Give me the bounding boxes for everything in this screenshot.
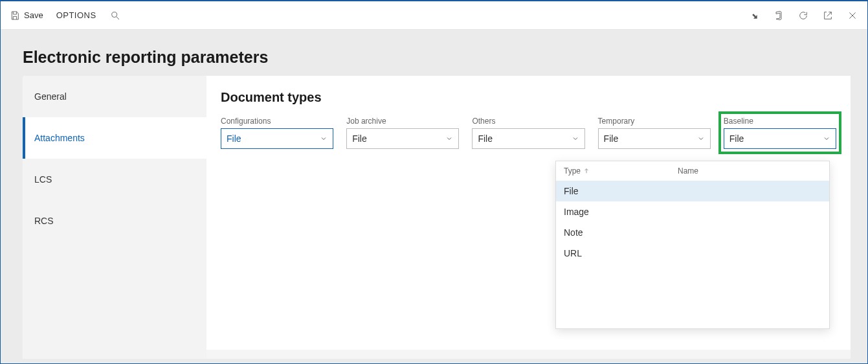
- label-baseline: Baseline: [724, 117, 836, 126]
- save-button[interactable]: Save: [10, 10, 43, 21]
- combo-others-value: File: [478, 133, 493, 144]
- dropdown-col-type[interactable]: Type: [564, 166, 678, 176]
- combo-temporary-value: File: [604, 133, 619, 144]
- refresh-icon: [798, 10, 808, 21]
- combo-baseline-value: File: [729, 133, 744, 144]
- field-baseline: Baseline File: [724, 117, 836, 149]
- dropdown-col-type-label: Type: [564, 166, 581, 176]
- svg-point-0: [111, 12, 117, 17]
- close-button[interactable]: [847, 10, 858, 21]
- options-button[interactable]: OPTIONS: [56, 10, 96, 20]
- dropdown-row-image-type: Image: [564, 207, 678, 217]
- tabs: General Attachments LCS RCS: [23, 76, 206, 359]
- combo-configurations-value: File: [227, 133, 241, 144]
- label-job-archive: Job archive: [346, 117, 459, 126]
- toolbar-left: Save OPTIONS: [10, 10, 121, 21]
- popout-icon: [823, 10, 833, 21]
- combo-job-archive[interactable]: File: [346, 128, 459, 149]
- combo-baseline[interactable]: File: [724, 128, 836, 149]
- chevron-down-icon: [572, 135, 579, 142]
- chevron-down-icon: [697, 135, 705, 142]
- combo-job-archive-value: File: [352, 133, 367, 144]
- dropdown-row-image[interactable]: Image: [556, 201, 829, 222]
- dropdown-row-file-type: File: [564, 186, 678, 196]
- label-configurations: Configurations: [221, 117, 333, 126]
- panel-title: Document types: [221, 90, 836, 105]
- dropdown-empty-space: [556, 264, 829, 328]
- field-configurations: Configurations File: [221, 117, 333, 149]
- chevron-down-icon: [823, 135, 830, 142]
- svg-line-1: [117, 17, 119, 19]
- sort-asc-icon: [583, 168, 590, 174]
- refresh-button[interactable]: [797, 10, 809, 21]
- combo-configurations[interactable]: File: [221, 128, 333, 149]
- popout-button[interactable]: [822, 10, 834, 21]
- attach-icon: [749, 10, 759, 21]
- label-others: Others: [472, 117, 584, 126]
- chevron-down-icon: [320, 135, 328, 142]
- panel-scrollbar-area: [206, 350, 851, 359]
- fields-row: Configurations File Job archive File Oth…: [221, 117, 836, 149]
- tab-attachments[interactable]: Attachments: [23, 117, 206, 159]
- save-label: Save: [24, 10, 43, 20]
- field-others: Others File: [472, 117, 584, 149]
- save-icon: [10, 10, 20, 21]
- dropdown-row-url[interactable]: URL: [556, 243, 829, 264]
- dropdown-row-note-type: Note: [564, 227, 678, 238]
- field-job-archive: Job archive File: [346, 117, 459, 149]
- tab-lcs[interactable]: LCS: [23, 159, 206, 200]
- field-temporary: Temporary File: [598, 117, 711, 149]
- combo-temporary[interactable]: File: [598, 128, 711, 149]
- search-button[interactable]: [109, 10, 121, 21]
- office-icon: [773, 10, 784, 21]
- page-title: Electronic reporting parameters: [1, 30, 867, 76]
- search-icon: [110, 10, 120, 21]
- office-button[interactable]: [773, 10, 785, 21]
- toolbar: Save OPTIONS: [1, 1, 867, 30]
- dropdown-row-file[interactable]: File: [556, 181, 829, 201]
- combo-others[interactable]: File: [472, 128, 584, 149]
- dropdown-row-note[interactable]: Note: [556, 222, 829, 243]
- tab-rcs[interactable]: RCS: [23, 200, 206, 242]
- toolbar-right: [748, 10, 858, 21]
- chevron-down-icon: [445, 135, 453, 142]
- attach-button[interactable]: [748, 10, 760, 21]
- tab-general[interactable]: General: [23, 76, 206, 117]
- dropdown-row-url-type: URL: [564, 248, 678, 258]
- label-temporary: Temporary: [598, 117, 711, 126]
- dropdown-lookup: Type Name File Image Note URL: [555, 161, 830, 329]
- dropdown-header: Type Name: [556, 161, 829, 181]
- dropdown-col-name[interactable]: Name: [678, 166, 821, 176]
- close-icon: [847, 10, 858, 21]
